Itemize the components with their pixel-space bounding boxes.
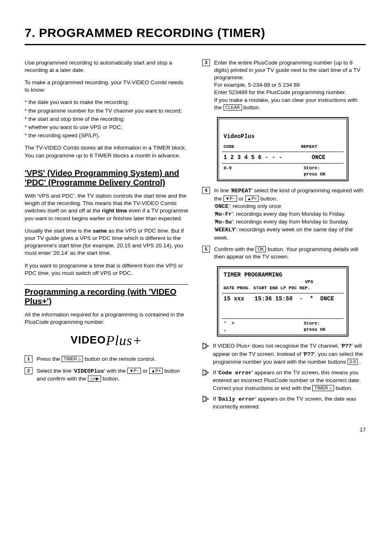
subheading-programming: Programming a recording (with 'VIDEO Plu…: [25, 287, 188, 306]
paragraph: All the information required for a progr…: [25, 311, 188, 326]
step-5: 5 Confirm with the OK button. Your progr…: [202, 246, 366, 261]
videoplus-logo: VIDEOPlus+: [25, 331, 188, 350]
page-number: 17: [25, 426, 366, 434]
play-button-icon: △+▶: [88, 376, 101, 382]
bullet: * the date you want to make the recordin…: [25, 99, 188, 106]
paragraph: The TV-VIDEO Combi stores all the inform…: [25, 144, 188, 159]
tip-arrow-icon: [202, 395, 210, 403]
tip-1: If VIDEO Plus+ does not recognise the TV…: [202, 342, 366, 366]
chapter-title: 7. PROGRAMMED RECORDING (TIMER): [25, 25, 366, 45]
step-2: 2 Select the line 'VIDEOPlus' with the ▼…: [25, 367, 188, 383]
ok-button-icon: OK: [256, 246, 266, 252]
left-column: Use programmed recording to automaticall…: [25, 59, 188, 414]
paragraph: To make a programmed recording, your TV-…: [25, 79, 188, 94]
step-number: 5: [202, 246, 210, 253]
step-number: 1: [25, 355, 32, 362]
p-plus-button-icon: ▲P+: [245, 196, 259, 202]
screen-timer-programming: TIMER PROGRAMMING VPS DATE PROG. START E…: [217, 266, 348, 337]
p-minus-button-icon: ▼P−: [224, 196, 238, 202]
step-1: 1 Press the TIMER ⦶ button on the remote…: [25, 355, 188, 363]
screen-videoplus: VideoPlus CODEREPEAT 1 2 3 4 5 6 - - -ON…: [217, 117, 348, 181]
paragraph: Usually the start time is the same as th…: [25, 227, 188, 257]
bullet: * the programme number for the TV channe…: [25, 107, 188, 115]
bullet: * the recording speed (SP/LP).: [25, 132, 188, 139]
timer-button-icon: TIMER ⦶: [62, 356, 83, 362]
clear-button-icon: CLEAR: [224, 104, 242, 111]
p-plus-button-icon: ▲P+: [149, 368, 163, 374]
paragraph: If you want to programme a time that is …: [25, 262, 188, 277]
tip-2: If 'Code error' appears on the TV screen…: [202, 369, 366, 392]
tip-arrow-icon: [202, 342, 210, 350]
p-minus-button-icon: ▼P−: [127, 368, 141, 374]
paragraph: Use programmed recording to automaticall…: [25, 59, 188, 74]
digits-button-icon: 0-9: [348, 359, 358, 365]
step-number: 3: [202, 59, 210, 66]
step-3: 3 Enter the entire PlusCode programming …: [202, 59, 366, 112]
bullet: * whether you want to use VPS or PDC;: [25, 124, 188, 131]
right-column: 3 Enter the entire PlusCode programming …: [202, 59, 366, 414]
timer-button-icon: TIMER ⦶: [312, 385, 334, 391]
tip-3: If 'Daily error' appears on the TV scree…: [202, 395, 366, 410]
tip-arrow-icon: [202, 369, 210, 376]
step-number: 2: [25, 367, 32, 374]
bullet: * the start and stop time of the recordi…: [25, 115, 188, 123]
step-number: 4: [202, 187, 210, 194]
subheading-vps: 'VPS' (Video Programming System) and 'PD…: [25, 168, 188, 187]
paragraph: With 'VPS and PDC', the TV station contr…: [25, 192, 188, 222]
step-4: 4 In line 'REPEAT' select the kind of pr…: [202, 187, 366, 242]
